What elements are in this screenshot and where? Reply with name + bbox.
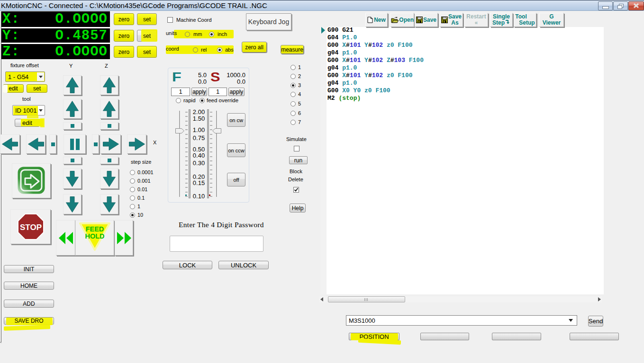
svg-text:HOLD: HOLD (85, 232, 104, 240)
svg-text:FEED: FEED (86, 225, 104, 233)
svg-text:STOP: STOP (20, 223, 42, 232)
